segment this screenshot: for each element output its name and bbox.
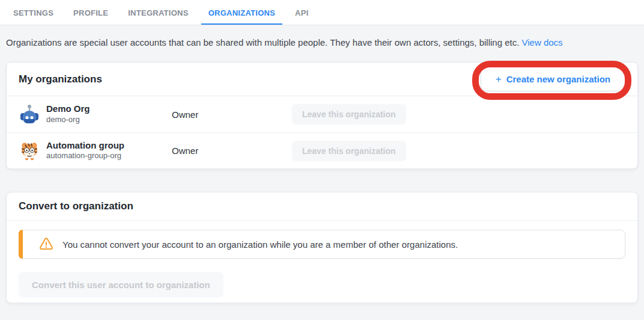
tiger-avatar <box>19 140 40 162</box>
create-organization-wrap: + Create new organization <box>481 67 625 91</box>
tab-profile[interactable]: PROFILE <box>66 0 115 25</box>
organizations-intro: Organizations are special user accounts … <box>0 25 644 48</box>
convert-panel-title: Convert to organization <box>19 200 133 212</box>
org-slug: automation-group-org <box>46 151 124 161</box>
leave-organization-button[interactable]: Leave this organization <box>292 141 406 161</box>
warning-triangle-icon <box>38 237 54 251</box>
org-name-block: Automation group automation-group-org <box>46 140 124 162</box>
warning-text: You cannot convert your account to an or… <box>62 239 458 250</box>
tab-api[interactable]: API <box>288 0 315 25</box>
convert-warning-alert: You cannot convert your account to an or… <box>19 230 625 259</box>
tab-settings[interactable]: SETTINGS <box>6 0 61 25</box>
convert-to-organization-panel: Convert to organization You cannot conve… <box>6 192 638 303</box>
view-docs-link[interactable]: View docs <box>522 37 563 48</box>
org-name-block: Demo Org demo-org <box>46 103 90 125</box>
convert-account-button[interactable]: Convert this user account to organizatio… <box>19 272 223 298</box>
intro-text: Organizations are special user accounts … <box>6 37 519 48</box>
my-organizations-header: My organizations + Create new organizati… <box>7 63 637 96</box>
my-organizations-panel: My organizations + Create new organizati… <box>6 62 638 169</box>
org-identity: Automation group automation-group-org <box>19 140 172 162</box>
plus-icon: + <box>496 74 502 84</box>
convert-panel-header: Convert to organization <box>7 192 637 221</box>
org-role: Owner <box>172 146 292 156</box>
org-name: Automation group <box>46 140 124 152</box>
create-new-organization-button[interactable]: + Create new organization <box>481 67 625 91</box>
create-new-organization-label: Create new organization <box>506 74 610 84</box>
tab-organizations[interactable]: ORGANIZATIONS <box>201 0 282 25</box>
org-slug: demo-org <box>46 115 90 125</box>
org-role: Owner <box>172 109 292 120</box>
leave-organization-button[interactable]: Leave this organization <box>292 104 406 125</box>
org-row-automation-group: Automation group automation-group-org Ow… <box>7 132 637 168</box>
org-row-demo-org: Demo Org demo-org Owner Leave this organ… <box>7 96 637 132</box>
org-identity: Demo Org demo-org <box>19 103 172 125</box>
tab-integrations[interactable]: INTEGRATIONS <box>121 0 195 25</box>
my-organizations-title: My organizations <box>19 73 102 85</box>
robot-avatar <box>19 103 40 125</box>
account-tabbar: SETTINGS PROFILE INTEGRATIONS ORGANIZATI… <box>0 0 644 25</box>
org-name: Demo Org <box>46 103 90 115</box>
